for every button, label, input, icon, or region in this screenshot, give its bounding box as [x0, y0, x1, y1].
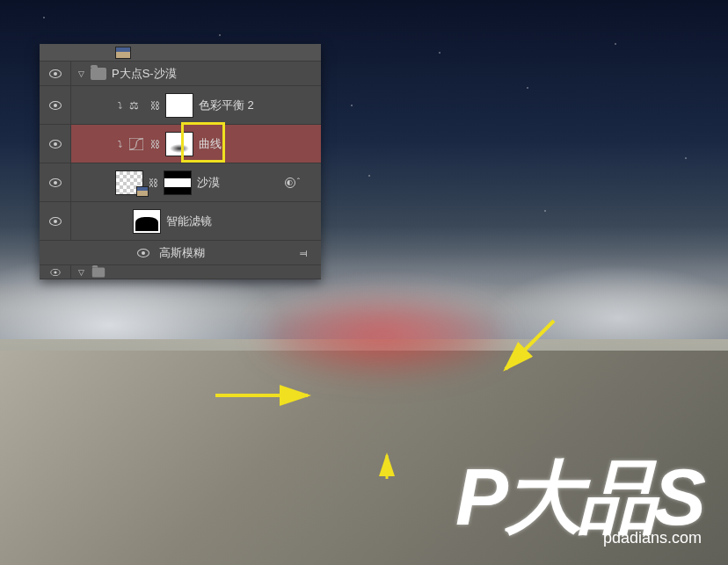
visibility-toggle[interactable] [40, 62, 71, 85]
eye-icon [49, 217, 62, 226]
layer-row-stub-bottom[interactable]: ▽ [40, 265, 321, 279]
smart-object-badge [136, 186, 149, 197]
sliders-icon: ⫤ [298, 247, 309, 259]
clip-indicator: ⤵ [115, 140, 124, 148]
layer-name[interactable]: 曲线 [199, 136, 222, 152]
balance-icon: ⚖ [129, 99, 145, 112]
link-icon: ⛓ [149, 177, 158, 188]
layer-group-header[interactable]: ▽ P大点S-沙漠 [40, 62, 321, 86]
fx-icon: ◐ [285, 177, 295, 188]
layers-panel[interactable]: ▽ P大点S-沙漠 ⤵ ⚖ ⛓ 色彩平衡 2 ⤵ ⛓ 曲线 [40, 44, 321, 279]
curves-icon [129, 138, 145, 150]
fx-badge[interactable]: ◐ ˆ [285, 177, 300, 188]
eye-icon [49, 140, 62, 148]
red-glow-effect [255, 293, 510, 378]
layer-thumb [115, 47, 131, 59]
layer-row-color-balance[interactable]: ⤵ ⚖ ⛓ 色彩平衡 2 [40, 86, 321, 125]
clip-indicator: ⤵ [115, 101, 124, 110]
group-name: P大点S-沙漠 [112, 66, 177, 82]
disclosure-triangle[interactable]: ▽ [76, 69, 85, 78]
link-icon: ⛓ [150, 100, 160, 111]
visibility-toggle[interactable] [40, 265, 71, 279]
folder-icon [92, 267, 105, 277]
eye-icon [49, 178, 62, 187]
watermark-logo: P大品S [455, 462, 702, 533]
chevron-up-icon[interactable]: ˆ [297, 177, 300, 187]
layer-name[interactable]: 沙漠 [197, 175, 220, 191]
filter-settings-button[interactable]: ⫤ [298, 247, 309, 259]
mask-thumb[interactable] [165, 132, 193, 156]
visibility-toggle[interactable] [40, 241, 71, 264]
eye-icon [49, 101, 62, 110]
mask-thumb[interactable] [164, 170, 192, 195]
layer-row-desert[interactable]: ⛓ 沙漠 ◐ ˆ [40, 163, 321, 202]
watermark: P大品S pdadians.com [455, 462, 702, 547]
filter-name[interactable]: 高斯模糊 [159, 245, 205, 261]
layer-row-gaussian-blur[interactable]: 高斯模糊 ⫤ [40, 241, 321, 265]
layer-row-stub-top[interactable] [40, 44, 321, 62]
filter-visibility-toggle[interactable] [133, 249, 154, 257]
disclosure-triangle[interactable]: ▽ [76, 268, 85, 277]
link-icon: ⛓ [150, 139, 160, 149]
eye-icon [137, 249, 149, 257]
folder-icon [91, 68, 106, 80]
visibility-toggle[interactable] [40, 163, 71, 201]
layer-name[interactable]: 智能滤镜 [166, 214, 212, 229]
layer-row-smart-filters[interactable]: 智能滤镜 [40, 202, 321, 241]
mask-thumb[interactable] [165, 93, 193, 118]
layer-name[interactable]: 色彩平衡 2 [199, 98, 254, 113]
visibility-toggle[interactable] [40, 125, 71, 163]
eye-icon [49, 69, 62, 78]
filter-mask-thumb[interactable] [133, 209, 161, 234]
visibility-toggle[interactable] [40, 86, 71, 124]
visibility-toggle[interactable] [40, 202, 71, 240]
eye-icon [50, 269, 60, 276]
layer-row-curves[interactable]: ⤵ ⛓ 曲线 [40, 125, 321, 163]
